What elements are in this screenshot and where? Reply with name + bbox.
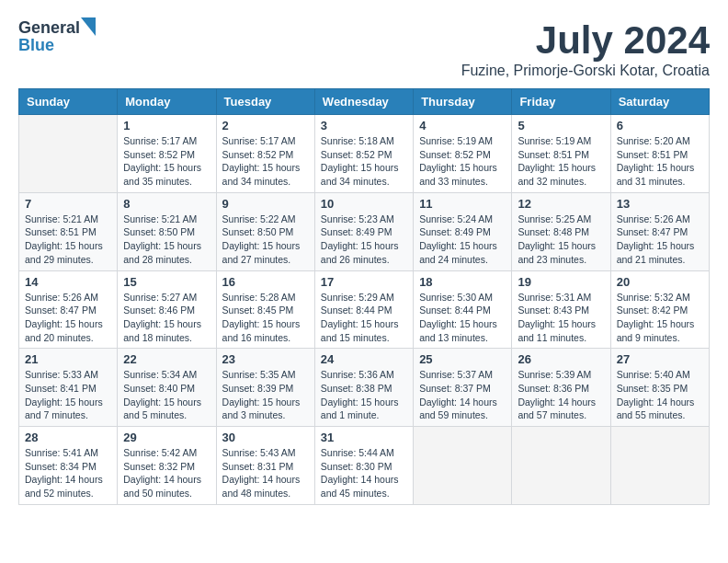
day-number: 22 bbox=[123, 352, 210, 366]
day-number: 4 bbox=[419, 119, 506, 132]
day-info: Sunrise: 5:33 AM Sunset: 8:41 PM Dayligh… bbox=[25, 368, 111, 422]
day-number: 3 bbox=[321, 119, 407, 132]
table-row: 21Sunrise: 5:33 AM Sunset: 8:41 PM Dayli… bbox=[19, 349, 118, 427]
table-row: 19Sunrise: 5:31 AM Sunset: 8:43 PM Dayli… bbox=[512, 270, 610, 349]
day-number: 24 bbox=[321, 352, 407, 366]
day-number: 20 bbox=[617, 275, 703, 289]
calendar-week-row: 21Sunrise: 5:33 AM Sunset: 8:41 PM Dayli… bbox=[19, 349, 710, 427]
table-row: 22Sunrise: 5:34 AM Sunset: 8:40 PM Dayli… bbox=[118, 349, 216, 427]
day-info: Sunrise: 5:17 AM Sunset: 8:52 PM Dayligh… bbox=[222, 134, 309, 189]
day-info: Sunrise: 5:26 AM Sunset: 8:47 PM Dayligh… bbox=[25, 291, 111, 345]
table-row bbox=[512, 427, 610, 505]
day-number: 28 bbox=[25, 431, 111, 444]
calendar-header-row: Sunday Monday Tuesday Wednesday Thursday… bbox=[19, 89, 710, 115]
day-info: Sunrise: 5:25 AM Sunset: 8:48 PM Dayligh… bbox=[518, 213, 604, 267]
table-row bbox=[610, 427, 709, 505]
day-info: Sunrise: 5:41 AM Sunset: 8:34 PM Dayligh… bbox=[25, 446, 111, 500]
day-info: Sunrise: 5:28 AM Sunset: 8:45 PM Dayligh… bbox=[222, 291, 309, 345]
calendar-week-row: 14Sunrise: 5:26 AM Sunset: 8:47 PM Dayli… bbox=[19, 270, 710, 349]
day-info: Sunrise: 5:22 AM Sunset: 8:50 PM Dayligh… bbox=[222, 213, 309, 267]
table-row: 2Sunrise: 5:17 AM Sunset: 8:52 PM Daylig… bbox=[216, 115, 314, 193]
calendar-subtitle: Fuzine, Primorje-Gorski Kotar, Croatia bbox=[461, 63, 710, 79]
calendar-week-row: 1Sunrise: 5:17 AM Sunset: 8:52 PM Daylig… bbox=[19, 115, 710, 193]
day-number: 14 bbox=[25, 275, 111, 289]
day-number: 30 bbox=[222, 431, 309, 444]
table-row: 4Sunrise: 5:19 AM Sunset: 8:52 PM Daylig… bbox=[414, 115, 512, 193]
day-number: 7 bbox=[25, 197, 111, 211]
day-info: Sunrise: 5:32 AM Sunset: 8:42 PM Dayligh… bbox=[617, 291, 703, 345]
table-row: 31Sunrise: 5:44 AM Sunset: 8:30 PM Dayli… bbox=[314, 427, 413, 505]
table-row: 18Sunrise: 5:30 AM Sunset: 8:44 PM Dayli… bbox=[414, 270, 512, 349]
header-sunday: Sunday bbox=[19, 89, 118, 115]
day-number: 6 bbox=[617, 119, 703, 132]
day-number: 1 bbox=[123, 119, 210, 132]
day-number: 5 bbox=[518, 119, 604, 132]
header-saturday: Saturday bbox=[610, 89, 709, 115]
day-info: Sunrise: 5:19 AM Sunset: 8:52 PM Dayligh… bbox=[419, 134, 506, 189]
day-number: 25 bbox=[419, 352, 506, 366]
day-info: Sunrise: 5:24 AM Sunset: 8:49 PM Dayligh… bbox=[419, 213, 506, 267]
day-info: Sunrise: 5:42 AM Sunset: 8:32 PM Dayligh… bbox=[123, 446, 210, 500]
day-info: Sunrise: 5:19 AM Sunset: 8:51 PM Dayligh… bbox=[518, 134, 604, 189]
table-row: 30Sunrise: 5:43 AM Sunset: 8:31 PM Dayli… bbox=[216, 427, 314, 505]
logo-blue: Blue bbox=[18, 36, 96, 55]
table-row: 9Sunrise: 5:22 AM Sunset: 8:50 PM Daylig… bbox=[216, 192, 314, 270]
day-info: Sunrise: 5:43 AM Sunset: 8:31 PM Dayligh… bbox=[222, 446, 309, 500]
table-row: 26Sunrise: 5:39 AM Sunset: 8:36 PM Dayli… bbox=[512, 349, 610, 427]
table-row: 14Sunrise: 5:26 AM Sunset: 8:47 PM Dayli… bbox=[19, 270, 118, 349]
calendar-title: July 2024 bbox=[461, 18, 710, 63]
header-tuesday: Tuesday bbox=[216, 89, 314, 115]
day-info: Sunrise: 5:34 AM Sunset: 8:40 PM Dayligh… bbox=[123, 368, 210, 422]
day-number: 10 bbox=[321, 197, 407, 211]
day-info: Sunrise: 5:37 AM Sunset: 8:37 PM Dayligh… bbox=[419, 368, 506, 422]
day-number: 31 bbox=[321, 431, 407, 444]
day-info: Sunrise: 5:21 AM Sunset: 8:51 PM Dayligh… bbox=[25, 213, 111, 267]
table-row: 8Sunrise: 5:21 AM Sunset: 8:50 PM Daylig… bbox=[118, 192, 216, 270]
table-row: 1Sunrise: 5:17 AM Sunset: 8:52 PM Daylig… bbox=[118, 115, 216, 193]
table-row: 11Sunrise: 5:24 AM Sunset: 8:49 PM Dayli… bbox=[414, 192, 512, 270]
day-number: 29 bbox=[123, 431, 210, 444]
table-row: 24Sunrise: 5:36 AM Sunset: 8:38 PM Dayli… bbox=[314, 349, 413, 427]
day-number: 15 bbox=[123, 275, 210, 289]
table-row bbox=[414, 427, 512, 505]
table-row: 15Sunrise: 5:27 AM Sunset: 8:46 PM Dayli… bbox=[118, 270, 216, 349]
table-row: 28Sunrise: 5:41 AM Sunset: 8:34 PM Dayli… bbox=[19, 427, 118, 505]
day-info: Sunrise: 5:29 AM Sunset: 8:44 PM Dayligh… bbox=[321, 291, 407, 345]
table-row: 27Sunrise: 5:40 AM Sunset: 8:35 PM Dayli… bbox=[610, 349, 709, 427]
header-friday: Friday bbox=[512, 89, 610, 115]
day-info: Sunrise: 5:40 AM Sunset: 8:35 PM Dayligh… bbox=[617, 368, 703, 422]
logo: General Blue bbox=[18, 18, 96, 55]
day-number: 16 bbox=[222, 275, 309, 289]
table-row: 10Sunrise: 5:23 AM Sunset: 8:49 PM Dayli… bbox=[314, 192, 413, 270]
calendar-table: Sunday Monday Tuesday Wednesday Thursday… bbox=[18, 88, 710, 505]
day-number: 26 bbox=[518, 352, 604, 366]
header-monday: Monday bbox=[118, 89, 216, 115]
day-number: 17 bbox=[321, 275, 407, 289]
page-header: General Blue July 2024 Fuzine, Primorje-… bbox=[18, 18, 710, 79]
day-number: 8 bbox=[123, 197, 210, 211]
day-info: Sunrise: 5:23 AM Sunset: 8:49 PM Dayligh… bbox=[321, 213, 407, 267]
table-row: 23Sunrise: 5:35 AM Sunset: 8:39 PM Dayli… bbox=[216, 349, 314, 427]
table-row: 5Sunrise: 5:19 AM Sunset: 8:51 PM Daylig… bbox=[512, 115, 610, 193]
table-row: 29Sunrise: 5:42 AM Sunset: 8:32 PM Dayli… bbox=[118, 427, 216, 505]
day-number: 23 bbox=[222, 352, 309, 366]
day-number: 18 bbox=[419, 275, 506, 289]
day-number: 27 bbox=[617, 352, 703, 366]
day-info: Sunrise: 5:17 AM Sunset: 8:52 PM Dayligh… bbox=[123, 134, 210, 189]
title-section: July 2024 Fuzine, Primorje-Gorski Kotar,… bbox=[461, 18, 710, 79]
table-row: 7Sunrise: 5:21 AM Sunset: 8:51 PM Daylig… bbox=[19, 192, 118, 270]
table-row: 17Sunrise: 5:29 AM Sunset: 8:44 PM Dayli… bbox=[314, 270, 413, 349]
calendar-week-row: 7Sunrise: 5:21 AM Sunset: 8:51 PM Daylig… bbox=[19, 192, 710, 270]
header-thursday: Thursday bbox=[414, 89, 512, 115]
table-row: 12Sunrise: 5:25 AM Sunset: 8:48 PM Dayli… bbox=[512, 192, 610, 270]
day-info: Sunrise: 5:21 AM Sunset: 8:50 PM Dayligh… bbox=[123, 213, 210, 267]
calendar-week-row: 28Sunrise: 5:41 AM Sunset: 8:34 PM Dayli… bbox=[19, 427, 710, 505]
table-row: 25Sunrise: 5:37 AM Sunset: 8:37 PM Dayli… bbox=[414, 349, 512, 427]
day-info: Sunrise: 5:36 AM Sunset: 8:38 PM Dayligh… bbox=[321, 368, 407, 422]
day-number: 12 bbox=[518, 197, 604, 211]
day-info: Sunrise: 5:39 AM Sunset: 8:36 PM Dayligh… bbox=[518, 368, 604, 422]
table-row bbox=[19, 115, 118, 193]
day-info: Sunrise: 5:26 AM Sunset: 8:47 PM Dayligh… bbox=[617, 213, 703, 267]
svg-marker-0 bbox=[81, 17, 96, 36]
day-info: Sunrise: 5:35 AM Sunset: 8:39 PM Dayligh… bbox=[222, 368, 309, 422]
